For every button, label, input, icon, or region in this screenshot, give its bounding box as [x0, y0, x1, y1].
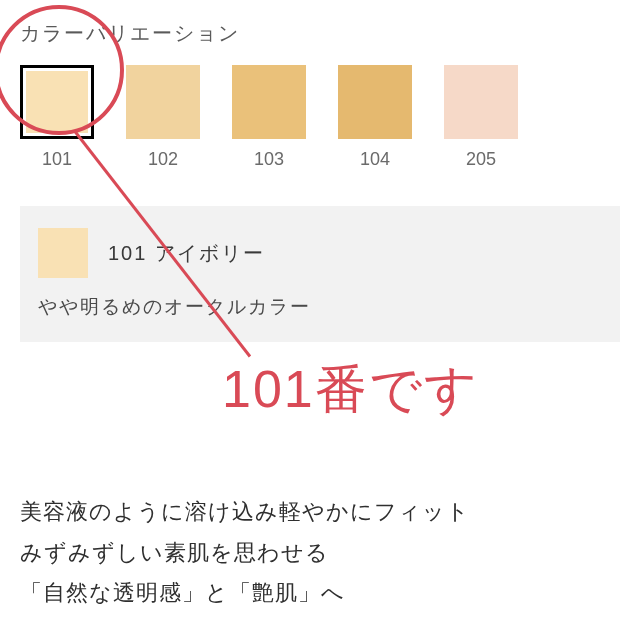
swatch-item-102[interactable]: 102	[126, 65, 200, 170]
annotation-text: 101番です	[222, 355, 479, 425]
section-title: カラーバリエーション	[20, 20, 620, 47]
detail-top: 101 アイボリー	[38, 228, 602, 278]
swatch-color	[338, 65, 412, 139]
promo-copy: 美容液のように溶け込み軽やかにフィットみずみずしい素肌を思わせる「自然な透明感」…	[20, 492, 620, 614]
swatch-color	[126, 65, 200, 139]
swatch-item-104[interactable]: 104	[338, 65, 412, 170]
promo-line: みずみずしい素肌を思わせる	[20, 533, 620, 574]
swatch-label: 101	[42, 149, 72, 170]
detail-swatch	[38, 228, 88, 278]
swatch-item-205[interactable]: 205	[444, 65, 518, 170]
swatch-item-103[interactable]: 103	[232, 65, 306, 170]
swatch-label: 103	[254, 149, 284, 170]
detail-color-desc: やや明るめのオークルカラー	[38, 294, 602, 320]
swatch-label: 104	[360, 149, 390, 170]
swatch-item-101[interactable]: 101	[20, 65, 94, 170]
product-color-page: カラーバリエーション 101102103104205 101 アイボリー やや明…	[0, 0, 640, 640]
swatch-label: 205	[466, 149, 496, 170]
promo-line: 「自然な透明感」と「艶肌」へ	[20, 573, 620, 614]
swatch-color	[232, 65, 306, 139]
swatch-row: 101102103104205	[20, 65, 620, 170]
detail-color-name: 101 アイボリー	[108, 240, 265, 267]
swatch-color	[444, 65, 518, 139]
promo-line: 美容液のように溶け込み軽やかにフィット	[20, 492, 620, 533]
selected-color-detail: 101 アイボリー やや明るめのオークルカラー	[20, 206, 620, 342]
swatch-label: 102	[148, 149, 178, 170]
swatch-color	[20, 65, 94, 139]
